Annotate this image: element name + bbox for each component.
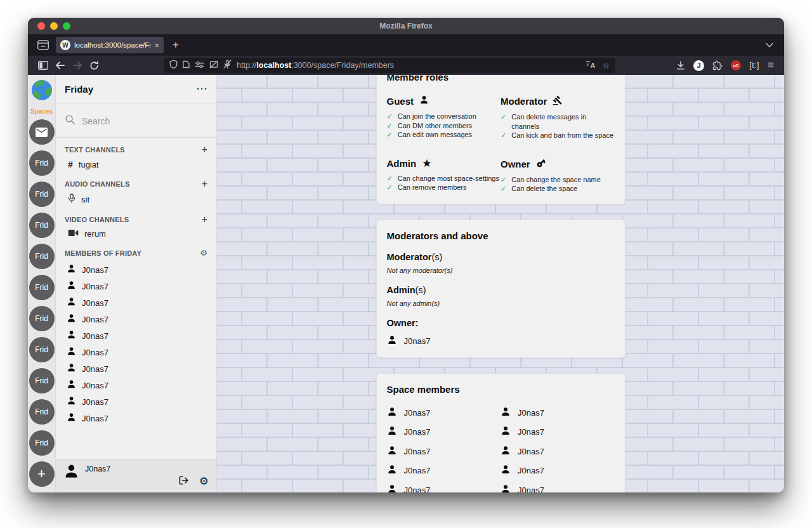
check-icon: ✓ bbox=[387, 130, 393, 140]
new-tab-button[interactable]: + bbox=[167, 37, 184, 53]
role-permission: ✓ Can DM other members bbox=[387, 121, 501, 131]
member-list-item[interactable]: J0nas7 bbox=[56, 360, 216, 377]
space-member-row[interactable]: J0nas7 bbox=[501, 446, 615, 458]
member-list-item[interactable]: J0nas7 bbox=[56, 278, 216, 294]
direct-messages-envelope-icon[interactable] bbox=[29, 119, 55, 145]
person-icon bbox=[67, 330, 76, 342]
space-avatar-label: Frid bbox=[35, 439, 48, 447]
extensions-puzzle-icon[interactable] bbox=[712, 60, 723, 70]
add-text-channel-button[interactable]: + bbox=[202, 146, 207, 154]
space-member-name: J0nas7 bbox=[518, 485, 544, 493]
space-member-row[interactable]: J0nas7 bbox=[501, 426, 615, 438]
text-channel-item[interactable]: # fugiat bbox=[56, 157, 216, 172]
add-audio-channel-button[interactable]: + bbox=[202, 180, 207, 188]
userscript-manager-icon[interactable]: [t:] bbox=[749, 61, 759, 70]
shield-icon[interactable] bbox=[169, 60, 178, 71]
space-member-row[interactable]: J0nas7 bbox=[501, 407, 615, 419]
bookmark-star-icon[interactable]: ☆ bbox=[602, 61, 610, 70]
person-icon bbox=[67, 297, 76, 309]
list-all-tabs-chevron-icon[interactable] bbox=[761, 37, 778, 53]
person-icon bbox=[63, 463, 79, 482]
member-name: J0nas7 bbox=[82, 265, 108, 275]
space-avatar[interactable]: Frid bbox=[29, 430, 55, 456]
reader-toggles-icon[interactable] bbox=[195, 60, 204, 71]
member-list-item[interactable]: J0nas7 bbox=[56, 311, 216, 327]
space-avatar[interactable]: Frid bbox=[29, 275, 55, 300]
space-avatar[interactable]: Frid bbox=[29, 368, 55, 393]
url-bar[interactable]: http://localhost:3000/space/Friday/membe… bbox=[164, 58, 615, 73]
members-section: MEMBERS OF FRIDAY ⚙ bbox=[56, 241, 216, 260]
member-list-item[interactable]: J0nas7 bbox=[56, 294, 216, 311]
space-member-row[interactable]: J0nas7 bbox=[387, 446, 501, 458]
person-icon bbox=[67, 346, 76, 359]
role-permission: ✓ Can kick and ban from the space bbox=[501, 131, 615, 140]
audio-channels-header: AUDIO CHANNELS bbox=[65, 180, 129, 188]
add-video-channel-button[interactable]: + bbox=[202, 216, 207, 223]
audio-channel-item[interactable]: sit bbox=[56, 191, 216, 208]
translate-icon[interactable]: x A bbox=[586, 60, 596, 71]
space-avatar[interactable]: Frid bbox=[29, 244, 55, 269]
space-member-row[interactable]: J0nas7 bbox=[501, 465, 615, 477]
space-member-row[interactable]: J0nas7 bbox=[387, 484, 501, 493]
members-settings-gear-icon[interactable]: ⚙ bbox=[200, 249, 207, 257]
space-member-row[interactable]: J0nas7 bbox=[387, 407, 501, 419]
url-host: localhost bbox=[256, 61, 291, 70]
images-blocked-icon[interactable] bbox=[209, 60, 218, 71]
sidebar-toggle-icon[interactable] bbox=[34, 57, 51, 74]
hash-icon: # bbox=[68, 159, 73, 169]
members-header: MEMBERS OF FRIDAY bbox=[65, 249, 141, 257]
home-globe-icon[interactable] bbox=[31, 79, 53, 103]
microphone-blocked-icon[interactable] bbox=[223, 60, 232, 71]
member-name: J0nas7 bbox=[82, 397, 108, 407]
owner-member-row[interactable]: J0nas7 bbox=[387, 335, 615, 347]
reload-icon[interactable] bbox=[86, 57, 103, 74]
member-list-item[interactable]: J0nas7 bbox=[56, 377, 216, 393]
member-list-item[interactable]: J0nas7 bbox=[56, 393, 216, 410]
ublock-origin-icon[interactable]: uO bbox=[731, 60, 741, 70]
space-member-name: J0nas7 bbox=[518, 466, 544, 475]
space-members-grid: J0nas7 J0nas7 bbox=[387, 407, 615, 493]
space-member-row[interactable]: J0nas7 bbox=[387, 426, 501, 438]
role-permission: ✓ Can delete the space bbox=[501, 184, 615, 194]
space-avatar[interactable]: Frid bbox=[29, 213, 55, 238]
member-name: J0nas7 bbox=[82, 315, 108, 324]
space-member-row[interactable]: J0nas7 bbox=[387, 465, 501, 477]
back-button[interactable] bbox=[51, 57, 69, 74]
check-icon: ✓ bbox=[501, 112, 506, 122]
forward-button[interactable] bbox=[69, 57, 86, 74]
member-list-item[interactable]: J0nas7 bbox=[56, 410, 216, 426]
space-member-row[interactable]: J0nas7 bbox=[501, 484, 615, 493]
search-input[interactable] bbox=[82, 116, 190, 126]
card-title: Member roles bbox=[387, 75, 615, 82]
hamburger-menu-icon[interactable]: ≡ bbox=[768, 59, 774, 72]
card-title: Space members bbox=[387, 384, 615, 395]
extension-j-icon[interactable]: J bbox=[693, 60, 704, 71]
member-list-item[interactable]: J0nas7 bbox=[56, 261, 216, 278]
add-space-button[interactable]: + bbox=[29, 461, 55, 487]
toolbar-extensions-area: J uO [t:] ≡ bbox=[676, 59, 778, 72]
microphone-icon bbox=[68, 194, 75, 205]
firefox-view-icon[interactable] bbox=[34, 37, 52, 53]
space-avatar[interactable]: Frid bbox=[29, 150, 55, 176]
page-permissions-icon[interactable] bbox=[183, 60, 190, 71]
member-name: J0nas7 bbox=[82, 331, 108, 341]
space-avatar[interactable]: Frid bbox=[29, 399, 55, 425]
space-avatar[interactable]: Frid bbox=[29, 337, 55, 362]
member-list-item[interactable]: J0nas7 bbox=[56, 327, 216, 344]
role-admin: Admin ★ ✓ Can change most space-settings bbox=[387, 158, 501, 194]
active-tab[interactable]: W localhost:3000/space/Friday/ch × bbox=[56, 37, 164, 53]
owner-name: J0nas7 bbox=[404, 336, 431, 346]
channel-panel: Friday ⋯ TEXT CHANNELS + # fugiat bbox=[56, 75, 217, 492]
check-icon: ✓ bbox=[387, 112, 393, 121]
settings-gear-icon[interactable]: ⚙ bbox=[199, 477, 209, 486]
space-avatar-label: Frid bbox=[35, 190, 48, 199]
member-list-item[interactable]: J0nas7 bbox=[56, 344, 216, 360]
space-avatar[interactable]: Frid bbox=[29, 306, 55, 331]
check-icon: ✓ bbox=[387, 121, 393, 131]
space-avatar[interactable]: Frid bbox=[29, 182, 55, 207]
space-member-name: J0nas7 bbox=[404, 427, 431, 437]
tab-close-icon[interactable]: × bbox=[154, 41, 159, 50]
logout-icon[interactable] bbox=[178, 475, 190, 488]
video-channel-item[interactable]: rerum bbox=[56, 227, 216, 241]
downloads-icon[interactable] bbox=[676, 61, 685, 70]
